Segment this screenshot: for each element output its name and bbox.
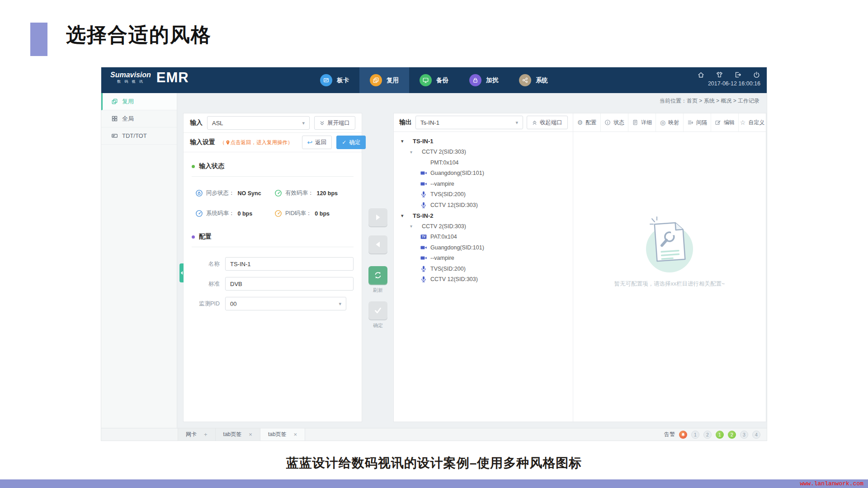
- field-standard: 标准: [192, 277, 354, 291]
- chevron-down-icon: ▾: [515, 120, 518, 126]
- alarm-badge[interactable]: 1: [691, 431, 699, 439]
- tab-page-1[interactable]: tab页签 ×: [215, 428, 260, 441]
- nav-item-backup[interactable]: 备份: [409, 67, 459, 93]
- tree-leaf-audio[interactable]: TVS(SID:200): [394, 263, 573, 274]
- tree-leaf-video[interactable]: Guangdong(SID:101): [394, 168, 573, 179]
- alarm-area: 告警 1 2 1 2 3 4: [664, 428, 767, 441]
- pin-icon: [226, 140, 230, 145]
- tree-node-service[interactable]: ▾CCTV 2(SID:303): [394, 221, 573, 232]
- refresh-label: 刷新: [368, 287, 387, 294]
- standard-field[interactable]: [225, 277, 354, 291]
- move-right-button[interactable]: [368, 208, 387, 226]
- sync-status-icon: [195, 189, 203, 197]
- sidebar: 复用 全局 TDT/TOT: [101, 93, 177, 428]
- star-icon: ☆: [740, 119, 746, 126]
- apply-button[interactable]: [368, 301, 387, 319]
- tree-leaf-pat[interactable]: PAT:0x104: [394, 232, 573, 243]
- alarm-badge[interactable]: 4: [752, 431, 760, 439]
- video-camera-icon: [420, 169, 427, 177]
- tree-leaf-audio[interactable]: TVS(SID:200): [394, 189, 573, 200]
- home-icon[interactable]: [697, 71, 705, 79]
- panel-collapse-handle[interactable]: [179, 263, 184, 282]
- empty-state-text: 暂无可配置项，请选择xx栏目进行相关配置~: [614, 280, 725, 288]
- caret-down-icon: ▾: [410, 224, 422, 229]
- toolbar-custom[interactable]: ☆自定义: [738, 113, 766, 131]
- add-tab-icon[interactable]: +: [204, 431, 208, 438]
- output-panel: 输出 Ts-IN-1 ▾ 收起端口 ⚙配置 状态 详细 ◎映射 间隔: [393, 113, 766, 422]
- toolbar-edit[interactable]: 编辑: [711, 113, 738, 131]
- output-label: 输出: [399, 118, 412, 127]
- grid-icon: [111, 115, 118, 122]
- refresh-button[interactable]: [368, 266, 387, 284]
- tree-leaf-audio[interactable]: CCTV 12(SID:303): [394, 200, 573, 211]
- input-select-row: 输入 ASL ▾ 展开端口: [184, 113, 362, 133]
- sidebar-item-tdt-tot[interactable]: TDT/TOT: [101, 127, 177, 145]
- gauge-icon: [274, 189, 282, 197]
- title-accent-bar: [30, 23, 47, 56]
- alarm-badge[interactable]: 1: [716, 431, 724, 439]
- toolbar-mapping[interactable]: ◎映射: [656, 113, 683, 131]
- list-icon: [687, 119, 693, 126]
- tab-network-card[interactable]: 网卡 +: [178, 428, 216, 441]
- power-icon[interactable]: [753, 71, 760, 79]
- tree-node-ts-in-1[interactable]: ▾TS-IN-1: [394, 136, 573, 147]
- scramble-lock-icon: [469, 74, 481, 86]
- toolbar-detail[interactable]: 详细: [628, 113, 656, 131]
- tree-leaf-video[interactable]: --vampire: [394, 253, 573, 264]
- microphone-icon: [420, 265, 427, 272]
- close-tab-icon[interactable]: ×: [249, 431, 252, 438]
- alarm-badge[interactable]: 2: [728, 431, 736, 439]
- alarm-bell-badge[interactable]: [679, 431, 687, 439]
- move-left-button[interactable]: [368, 235, 387, 253]
- gear-icon: ⚙: [577, 119, 583, 126]
- alarm-badge[interactable]: 3: [740, 431, 748, 439]
- tree-leaf-video[interactable]: --vampire: [394, 178, 573, 189]
- video-camera-icon: [420, 244, 427, 251]
- confirm-button[interactable]: ✓ 确定: [336, 136, 366, 149]
- input-settings-hint: （点击返回，进入复用操作）: [220, 139, 293, 146]
- collapse-ports-button[interactable]: 收起端口: [527, 116, 568, 129]
- emr-app-window: Sumavision 数 码 视 讯 EMR 板卡 复用 备份: [101, 67, 767, 441]
- tab-page-2[interactable]: tab页签 ×: [260, 428, 305, 441]
- empty-state-illustration: [636, 206, 703, 277]
- theme-shirt-icon[interactable]: [716, 71, 723, 79]
- toolbar-config[interactable]: ⚙配置: [573, 113, 600, 131]
- backup-icon: [420, 74, 432, 86]
- name-field[interactable]: [225, 257, 354, 271]
- tree-leaf-audio[interactable]: CCTV 12(SID:303): [394, 274, 573, 285]
- main-nav: 板卡 复用 备份 加扰 系统: [310, 67, 558, 93]
- microphone-icon: [420, 191, 427, 198]
- video-camera-icon: [420, 180, 427, 188]
- toolbar-status[interactable]: 状态: [600, 113, 628, 131]
- toolbar-interval[interactable]: 间隔: [683, 113, 711, 131]
- app-header: Sumavision 数 码 视 讯 EMR 板卡 复用 备份: [101, 67, 767, 93]
- logout-icon[interactable]: [734, 71, 742, 79]
- input-label: 输入: [190, 119, 203, 127]
- tree-leaf-video[interactable]: Guangdong(SID:101): [394, 242, 573, 253]
- input-config-section: 配置 名称 标准 监测PID 00 ▾: [184, 223, 362, 310]
- expand-ports-button[interactable]: 展开端口: [314, 116, 355, 130]
- nav-item-scramble[interactable]: 加扰: [459, 67, 509, 93]
- footer-bar: www.lanlanwork.com: [0, 479, 868, 488]
- back-button[interactable]: ↩ 返回: [302, 136, 332, 149]
- sidebar-item-global[interactable]: 全局: [101, 110, 177, 127]
- output-toolbar: ⚙配置 状态 详细 ◎映射 间隔 编辑 ☆自定义: [573, 113, 766, 131]
- tree-node-ts-in-2[interactable]: ▾TS-IN-2: [394, 211, 573, 221]
- alarm-label: 告警: [664, 431, 675, 438]
- monitor-pid-select[interactable]: 00 ▾: [225, 297, 346, 310]
- tv-icon: [420, 233, 427, 240]
- undo-icon: ↩: [307, 139, 313, 145]
- close-tab-icon[interactable]: ×: [294, 431, 297, 438]
- output-port-select[interactable]: Ts-IN-1 ▾: [415, 116, 523, 129]
- nav-item-system[interactable]: 系统: [509, 67, 558, 93]
- tree-leaf-pmt[interactable]: PMT:0x104: [394, 157, 573, 168]
- alarm-badge[interactable]: 2: [703, 431, 712, 439]
- config-section-title: 配置: [199, 233, 212, 241]
- sidebar-item-mux[interactable]: 复用: [101, 93, 177, 110]
- tree-node-service[interactable]: ▾CCTV 2(SID:303): [394, 147, 573, 158]
- nav-item-mux[interactable]: 复用: [359, 67, 409, 93]
- arrow-right-icon: [374, 213, 382, 221]
- nav-item-board-card[interactable]: 板卡: [310, 67, 359, 93]
- caret-down-icon: ▾: [401, 213, 413, 219]
- input-source-select[interactable]: ASL ▾: [207, 116, 310, 130]
